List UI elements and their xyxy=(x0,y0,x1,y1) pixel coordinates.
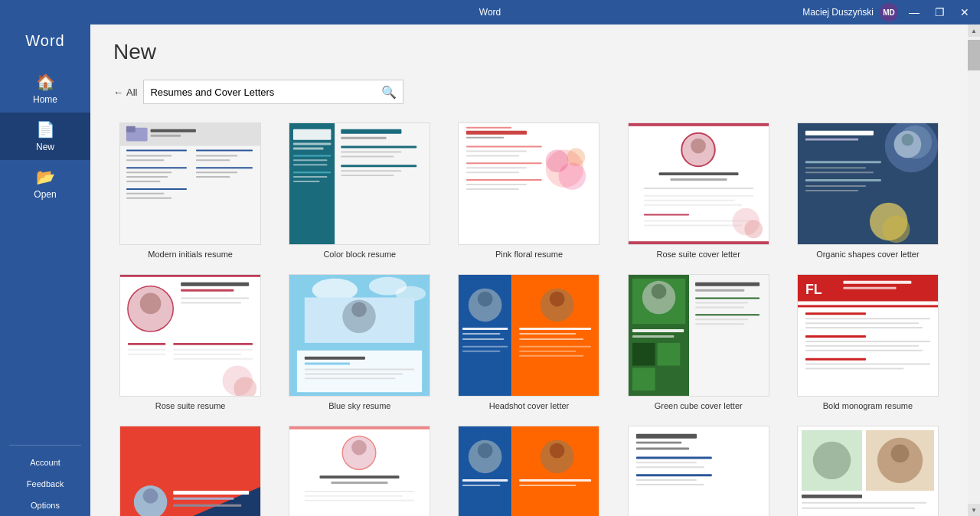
scrollbar[interactable]: ▲ ▼ xyxy=(968,24,980,516)
template-label-rose-suite-cover: Rose suite cover letter xyxy=(656,250,740,259)
svg-rect-93 xyxy=(181,282,249,286)
svg-rect-52 xyxy=(466,162,542,164)
svg-rect-207 xyxy=(636,479,697,481)
svg-rect-12 xyxy=(126,181,161,182)
svg-rect-32 xyxy=(293,181,320,182)
svg-rect-65 xyxy=(643,188,753,189)
scroll-up-button[interactable]: ▲ xyxy=(968,24,980,37)
template-card-green-cube[interactable]: Green cube cover letter xyxy=(622,274,776,410)
back-link[interactable]: ← All xyxy=(113,87,137,98)
svg-rect-33 xyxy=(341,129,402,134)
home-icon: 🏠 xyxy=(36,73,55,91)
svg-rect-85 xyxy=(805,185,866,187)
svg-rect-36 xyxy=(341,151,402,152)
svg-rect-199 xyxy=(629,426,769,516)
svg-point-88 xyxy=(883,216,910,243)
svg-rect-63 xyxy=(658,172,738,175)
svg-rect-90 xyxy=(120,275,260,277)
template-card-bold-monogram[interactable]: FL xyxy=(791,274,945,410)
template-card-row3-2[interactable] xyxy=(283,426,436,516)
template-label-rose-resume: Rose suite resume xyxy=(155,401,226,410)
svg-rect-82 xyxy=(805,167,866,168)
svg-rect-150 xyxy=(695,302,748,303)
svg-rect-101 xyxy=(173,349,253,351)
svg-rect-203 xyxy=(636,456,712,459)
template-label-green-cube: Green cube cover letter xyxy=(655,401,743,410)
template-card-organic-shapes[interactable]: Organic shapes cover letter xyxy=(791,122,945,259)
svg-rect-124 xyxy=(462,333,500,335)
svg-rect-170 xyxy=(805,364,930,365)
search-box: 🔍 xyxy=(143,80,403,104)
title-bar-controls: Maciej Duszyński MD — ❐ ✕ xyxy=(802,3,974,21)
svg-rect-83 xyxy=(805,171,874,173)
svg-point-92 xyxy=(140,293,162,315)
svg-rect-26 xyxy=(293,148,324,150)
template-thumb-headshot xyxy=(458,274,599,397)
svg-rect-217 xyxy=(802,508,915,509)
svg-rect-103 xyxy=(173,358,253,360)
svg-point-62 xyxy=(691,139,706,154)
template-card-blue-sky[interactable]: Blue sky resume xyxy=(283,274,436,410)
search-button[interactable]: 🔍 xyxy=(375,85,403,100)
template-thumb-color-block xyxy=(289,122,430,245)
svg-rect-10 xyxy=(126,171,172,173)
svg-rect-200 xyxy=(636,434,697,439)
svg-rect-44 xyxy=(466,137,504,139)
minimize-button[interactable]: — xyxy=(904,5,924,20)
svg-rect-30 xyxy=(293,171,331,173)
svg-rect-168 xyxy=(805,350,923,351)
svg-rect-177 xyxy=(173,498,234,500)
app-title: Word xyxy=(479,7,501,18)
svg-rect-71 xyxy=(643,224,742,226)
svg-rect-68 xyxy=(643,204,742,206)
svg-rect-126 xyxy=(462,346,508,348)
restore-button[interactable]: ❐ xyxy=(930,5,949,20)
sidebar-item-new[interactable]: 📄 New xyxy=(0,113,90,160)
template-thumb-rose-resume xyxy=(119,274,261,397)
svg-rect-198 xyxy=(520,485,577,486)
svg-rect-13 xyxy=(126,188,187,190)
svg-rect-147 xyxy=(695,282,760,286)
svg-rect-16 xyxy=(196,149,253,151)
search-input[interactable] xyxy=(144,87,375,98)
svg-rect-117 xyxy=(305,373,403,374)
close-button[interactable]: ✕ xyxy=(956,5,974,20)
template-card-modern-initials[interactable]: Modern initials resume xyxy=(113,122,267,259)
template-card-row3-5[interactable] xyxy=(791,426,945,516)
sidebar-item-options[interactable]: Options xyxy=(0,495,90,516)
svg-point-214 xyxy=(891,445,910,463)
template-card-row3-1[interactable] xyxy=(113,426,267,516)
sidebar-app-name: Word xyxy=(25,32,64,50)
template-card-row3-4[interactable] xyxy=(622,426,776,516)
template-card-pink-floral[interactable]: Pink floral resume xyxy=(452,122,606,259)
template-card-rose-suite-cover[interactable]: Rose suite cover letter xyxy=(622,122,776,259)
svg-rect-135 xyxy=(520,355,584,357)
svg-rect-143 xyxy=(632,343,655,366)
feedback-label: Feedback xyxy=(27,479,64,488)
template-thumb-row3-1 xyxy=(119,426,261,516)
svg-rect-21 xyxy=(196,176,230,178)
sidebar-item-account[interactable]: Account xyxy=(0,452,90,473)
svg-rect-80 xyxy=(805,139,858,141)
sidebar-item-home[interactable]: 🏠 Home xyxy=(0,65,90,113)
svg-rect-171 xyxy=(805,368,904,370)
template-card-headshot[interactable]: Headshot cover letter xyxy=(452,274,606,410)
template-thumb-rose-suite-cover xyxy=(628,122,769,245)
app-body: Word 🏠 Home 📄 New 📂 Open Account Feedbac… xyxy=(0,24,980,516)
svg-point-122 xyxy=(478,292,493,307)
svg-rect-15 xyxy=(126,198,172,199)
sidebar-item-feedback[interactable]: Feedback xyxy=(0,473,90,495)
sidebar-item-open[interactable]: 📂 Open xyxy=(0,160,90,207)
template-card-row3-3[interactable] xyxy=(452,426,606,516)
svg-rect-158 xyxy=(843,281,911,284)
user-avatar[interactable]: MD xyxy=(880,3,898,21)
open-icon: 📂 xyxy=(36,168,55,186)
svg-rect-130 xyxy=(520,328,592,330)
svg-rect-154 xyxy=(695,323,744,325)
scroll-down-button[interactable]: ▼ xyxy=(968,504,980,516)
template-card-color-block[interactable]: Color block resume xyxy=(283,122,436,259)
svg-rect-114 xyxy=(305,357,365,360)
username: Maciej Duszyński xyxy=(802,7,874,18)
template-card-rose-resume[interactable]: Rose suite resume xyxy=(113,274,267,410)
scroll-thumb[interactable] xyxy=(968,40,980,70)
